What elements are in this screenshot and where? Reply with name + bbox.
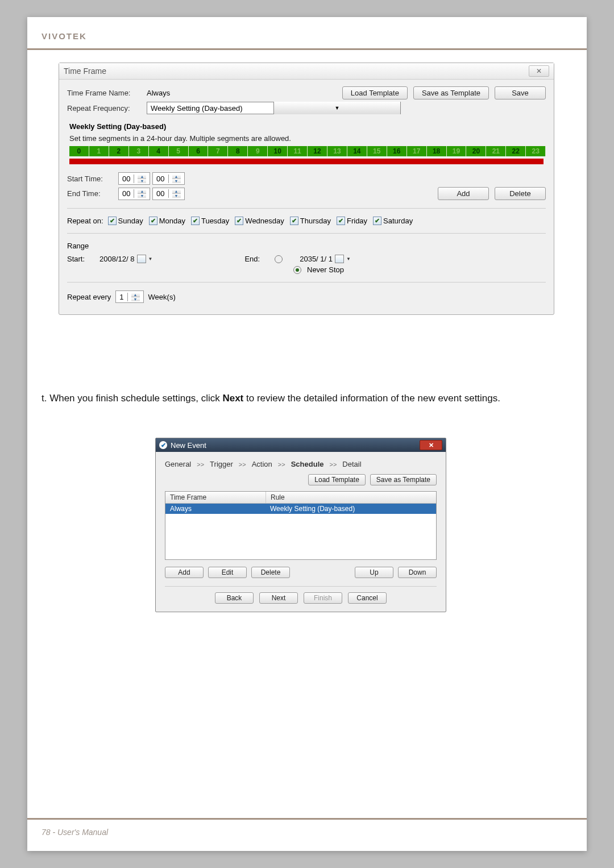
cancel-button[interactable]: Cancel <box>348 592 387 604</box>
crumb-step[interactable]: General <box>165 460 191 468</box>
start-hour-stepper[interactable]: 00▲▼ <box>118 172 150 185</box>
row-add-button[interactable]: Add <box>165 567 204 578</box>
weekly-section-title: Weekly Setting (Day-based) <box>69 122 546 131</box>
hour-cell[interactable]: 7 <box>208 146 228 156</box>
range-end-label: End: <box>244 255 260 263</box>
crumb-step[interactable]: Schedule <box>291 460 324 468</box>
hour-cell[interactable]: 12 <box>308 146 327 156</box>
frequency-select[interactable]: Weekly Setting (Day-based) ▼ <box>147 102 401 114</box>
row-edit-button[interactable]: Edit <box>208 567 247 578</box>
row-down-button[interactable]: Down <box>398 567 437 578</box>
end-time-label: End Time: <box>67 189 118 198</box>
hour-cell[interactable]: 16 <box>387 146 407 156</box>
header-divider <box>27 48 587 50</box>
repeat-day-checkbox[interactable]: ✔Sunday <box>108 217 143 225</box>
repeat-on-label: Repeat on: <box>67 217 103 225</box>
end-hour-stepper[interactable]: 00▲▼ <box>118 188 150 200</box>
hour-cell[interactable]: 10 <box>268 146 288 156</box>
table-row[interactable]: Always Weekly Setting (Day-based) <box>165 504 436 514</box>
repeat-day-checkbox[interactable]: ✔Friday <box>337 217 367 225</box>
col-timeframe[interactable]: Time Frame <box>165 492 266 503</box>
crumb-sep: >> <box>278 461 285 468</box>
never-stop-label: Never Stop <box>307 265 344 274</box>
repeat-day-checkbox[interactable]: ✔Saturday <box>373 217 413 225</box>
range-label: Range <box>67 242 546 250</box>
repeat-every-stepper[interactable]: 1▲▼ <box>115 290 143 303</box>
row-delete-button[interactable]: Delete <box>251 567 290 578</box>
segment-add-button[interactable]: Add <box>438 187 489 200</box>
repeat-day-checkbox[interactable]: ✔Tuesday <box>191 217 229 225</box>
range-start-label: Start: <box>67 255 85 263</box>
hour-cell[interactable]: 4 <box>149 146 169 156</box>
footer-divider <box>27 818 587 820</box>
chevron-down-icon[interactable]: ▼ <box>346 256 351 261</box>
never-stop-radio[interactable] <box>293 266 301 274</box>
page-footer: 78 - User's Manual <box>42 828 108 837</box>
crumb-step[interactable]: Detail <box>342 460 361 468</box>
hour-cell[interactable]: 9 <box>248 146 268 156</box>
hour-cell[interactable]: 6 <box>189 146 209 156</box>
hour-cell[interactable]: 15 <box>367 146 387 156</box>
crumb-sep: >> <box>197 461 204 468</box>
instruction-text: t. When you finish schedule settings, cl… <box>42 392 572 405</box>
calendar-icon[interactable] <box>137 255 146 263</box>
dialog2-titlebar: ✔ New Event ✕ <box>156 438 446 452</box>
next-button[interactable]: Next <box>259 592 298 604</box>
app-icon: ✔ <box>159 441 167 449</box>
repeat-day-checkbox[interactable]: ✔Monday <box>149 217 185 225</box>
start-min-stepper[interactable]: 00▲▼ <box>152 172 184 185</box>
divider <box>67 208 546 209</box>
chevron-down-icon[interactable]: ▼ <box>148 256 153 261</box>
repeat-every-label: Repeat every <box>67 293 111 301</box>
hour-cell[interactable]: 22 <box>506 146 526 156</box>
hour-cell[interactable]: 3 <box>129 146 149 156</box>
selected-segment-bar[interactable] <box>69 159 544 164</box>
load-template-button[interactable]: Load Template <box>342 86 408 99</box>
hour-cell[interactable]: 11 <box>288 146 308 156</box>
row-up-button[interactable]: Up <box>355 567 393 578</box>
chevron-down-icon[interactable]: ▼ <box>273 102 400 114</box>
hour-cell[interactable]: 5 <box>169 146 189 156</box>
new-event-dialog: ✔ New Event ✕ General>>Trigger>>Action>>… <box>155 438 446 612</box>
save-as-template-button[interactable]: Save as Template <box>413 86 489 99</box>
wizard-breadcrumb: General>>Trigger>>Action>>Schedule>>Deta… <box>156 452 446 474</box>
hour-cell[interactable]: 23 <box>526 146 546 156</box>
save-button[interactable]: Save <box>495 86 546 99</box>
repeat-every-unit: Week(s) <box>148 293 176 301</box>
name-label: Time Frame Name: <box>67 89 147 97</box>
dialog2-title: New Event <box>171 441 206 450</box>
range-start-date[interactable]: 2008/12/ 8▼ <box>99 255 152 263</box>
hour-cell[interactable]: 2 <box>109 146 129 156</box>
hour-cell[interactable]: 8 <box>228 146 248 156</box>
hour-cell[interactable]: 17 <box>407 146 427 156</box>
crumb-sep: >> <box>329 461 337 468</box>
hour-cell[interactable]: 14 <box>347 146 367 156</box>
hour-cell[interactable]: 13 <box>327 146 347 156</box>
hour-cell[interactable]: 19 <box>447 146 467 156</box>
sched-load-template-button[interactable]: Load Template <box>308 474 366 485</box>
repeat-day-checkbox[interactable]: ✔Thursday <box>290 217 331 225</box>
close-icon[interactable]: ✕ <box>529 65 549 77</box>
hour-cell[interactable]: 1 <box>89 146 109 156</box>
sched-save-template-button[interactable]: Save as Template <box>370 474 437 485</box>
finish-button[interactable]: Finish <box>304 592 342 604</box>
col-rule[interactable]: Rule <box>266 492 436 503</box>
frequency-label: Repeat Frequency: <box>67 104 147 113</box>
crumb-step[interactable]: Action <box>252 460 272 468</box>
segment-delete-button[interactable]: Delete <box>495 187 546 200</box>
back-button[interactable]: Back <box>215 592 254 604</box>
weekly-hint: Set time segments in a 24-hour day. Mult… <box>69 134 546 143</box>
repeat-day-checkbox[interactable]: ✔Wednesday <box>235 217 284 225</box>
name-value: Always <box>147 89 294 97</box>
calendar-icon[interactable] <box>335 255 344 263</box>
hour-cell[interactable]: 18 <box>427 146 447 156</box>
close-icon[interactable]: ✕ <box>420 440 442 450</box>
hour-timeline[interactable]: 01234567891011121314151617181920212223 <box>69 146 546 156</box>
range-end-date[interactable]: 2035/ 1/ 1▼ <box>300 255 351 263</box>
end-min-stepper[interactable]: 00▲▼ <box>152 188 184 200</box>
crumb-step[interactable]: Trigger <box>210 460 233 468</box>
hour-cell[interactable]: 0 <box>69 146 89 156</box>
end-date-radio[interactable] <box>275 255 283 263</box>
hour-cell[interactable]: 20 <box>466 146 486 156</box>
hour-cell[interactable]: 21 <box>486 146 506 156</box>
